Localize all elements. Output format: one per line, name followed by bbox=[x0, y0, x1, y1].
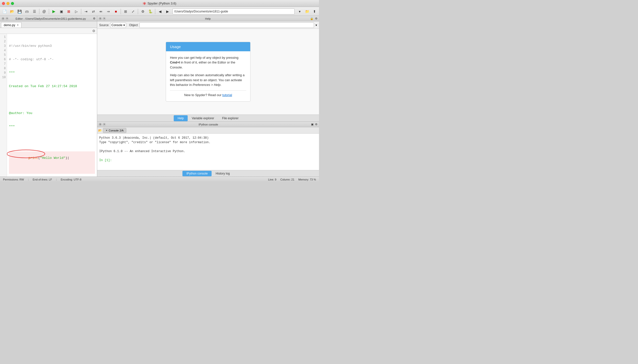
toolbar-sep-4 bbox=[121, 9, 121, 14]
tab-help[interactable]: Help bbox=[174, 115, 188, 121]
code-line-5 bbox=[9, 98, 95, 102]
open-file-button[interactable]: 📂 bbox=[9, 8, 16, 15]
help-close-button[interactable]: ✕ bbox=[103, 17, 106, 20]
parent-dir-button[interactable]: ⬆ bbox=[311, 8, 318, 15]
run-button[interactable]: ▶ bbox=[50, 8, 57, 15]
stop-button[interactable]: ■ bbox=[112, 8, 119, 15]
console-browse-icon[interactable]: 📂 bbox=[98, 129, 102, 132]
help-panel: ⊟ ✕ Help 🔒 ⚙ Source Console ▾ Object ▾ bbox=[97, 16, 319, 122]
minimize-button[interactable] bbox=[7, 2, 10, 5]
help-undock-button[interactable]: ⊟ bbox=[99, 17, 102, 20]
editor-title-left: ⊟ ✕ bbox=[2, 17, 9, 20]
tab-ipython-console[interactable]: IPython console bbox=[182, 171, 212, 176]
console-options-icon[interactable]: ▣ bbox=[311, 123, 313, 126]
python-path-button[interactable]: 🐍 bbox=[147, 8, 154, 15]
editor-settings-button[interactable]: ⚙ bbox=[92, 29, 96, 33]
browse-button[interactable]: ▾ bbox=[296, 8, 303, 15]
console-settings-icon[interactable]: ⚙ bbox=[315, 123, 317, 126]
code-line-3: """ bbox=[9, 71, 95, 75]
help-title-bar: ⊟ ✕ Help 🔒 ⚙ bbox=[97, 16, 319, 22]
usage-bold-text: Cmd+I bbox=[170, 60, 180, 64]
spyder-icon: 🕷 bbox=[143, 2, 146, 6]
editor-panel: ⊟ ✕ Editor - /Users/Gladys/Documents/en1… bbox=[0, 16, 97, 176]
usage-body: Here you can get help of any object by p… bbox=[166, 51, 250, 102]
email-button[interactable]: @ bbox=[41, 8, 48, 15]
console-content[interactable]: Python 3.6.3 |Anaconda, Inc.| (default, … bbox=[97, 134, 319, 170]
source-select[interactable]: Console ▾ bbox=[110, 22, 126, 28]
forward-button[interactable]: ▶ bbox=[164, 8, 171, 15]
usage-divider bbox=[170, 90, 246, 91]
status-permissions: Permissions: RW bbox=[3, 178, 24, 181]
code-area[interactable]: 1 2 3 4 5 6 7 8 9 10 #!/usr/bin/env pyth… bbox=[0, 34, 97, 176]
tab-file-explorer[interactable]: File explorer bbox=[218, 115, 242, 121]
save-all-button[interactable]: 🗃 bbox=[24, 8, 31, 15]
code-line-8 bbox=[9, 138, 95, 142]
status-bar: Permissions: RW | End-of-lines: LF | Enc… bbox=[0, 176, 319, 182]
help-lock-icon[interactable]: 🔒 bbox=[310, 17, 313, 20]
tutorial-prefix: New to Spyder? Read our bbox=[184, 93, 222, 97]
help-title-text: Help bbox=[205, 17, 211, 20]
close-button[interactable] bbox=[2, 2, 5, 5]
console-undock-button[interactable]: ⊟ bbox=[99, 123, 102, 126]
status-column: Column: 21 bbox=[280, 178, 294, 181]
help-dropdown-icon[interactable]: ▾ bbox=[315, 24, 317, 27]
editor-close-button[interactable]: ✕ bbox=[6, 17, 9, 20]
run-file-button[interactable]: ▣ bbox=[58, 8, 65, 15]
main-layout: ⊟ ✕ Editor - /Users/Gladys/Documents/en1… bbox=[0, 16, 319, 176]
preferences-button[interactable]: ⚙ bbox=[139, 8, 146, 15]
usage-paragraph-2: Help can also be shown automatically aft… bbox=[170, 73, 246, 88]
console-tabs-bottom: IPython console History log bbox=[97, 170, 319, 176]
step-button[interactable]: ⇥ bbox=[83, 8, 90, 15]
console-prompt: In [1]: bbox=[99, 158, 317, 162]
browse-tabs-button[interactable]: ☰ bbox=[31, 8, 38, 15]
profile-button[interactable]: ⊞ bbox=[122, 8, 129, 15]
main-toolbar: 📄 📂 💾 🗃 ☰ @ ▶ ▣ ⊠ ▷ ⇥ ⇄ ⇚ ⇒ ■ ⊞ ⤢ ⚙ 🐍 ◀ … bbox=[0, 7, 319, 16]
run-cell-advance-button[interactable]: ▷ bbox=[73, 8, 80, 15]
editor-tab-close-icon[interactable]: ✕ bbox=[17, 24, 19, 26]
status-encoding: Encoding: UTF-8 bbox=[61, 178, 82, 181]
toolbar-sep-2 bbox=[49, 9, 49, 14]
status-eol: End-of-lines: LF bbox=[33, 178, 52, 181]
console-startup-line-5 bbox=[99, 154, 317, 158]
run-cell-button[interactable]: ⊠ bbox=[65, 8, 72, 15]
toolbar-sep-1 bbox=[39, 9, 39, 14]
editor-options-button[interactable]: ⚙ bbox=[93, 17, 96, 20]
tab-history-log[interactable]: History log bbox=[212, 171, 234, 176]
tab-variable-explorer[interactable]: Variable explorer bbox=[188, 115, 218, 121]
code-content[interactable]: #!/usr/bin/env python3 # -*- coding: utf… bbox=[7, 34, 97, 176]
editor-undock-button[interactable]: ⊟ bbox=[2, 17, 5, 20]
source-dropdown-icon: ▾ bbox=[123, 24, 125, 27]
usage-paragraph-1: Here you can get help of any object by p… bbox=[170, 55, 246, 70]
code-line-2: # -*- coding: utf-8 -*- bbox=[9, 57, 95, 62]
maximize-button[interactable] bbox=[11, 2, 14, 5]
console-title-text: IPython console bbox=[199, 123, 218, 126]
path-bar[interactable]: /Users/Gladys/Documents/en1811-guide bbox=[172, 8, 294, 14]
new-file-button[interactable]: 📄 bbox=[1, 8, 8, 15]
help-settings-icon[interactable]: ⚙ bbox=[315, 17, 317, 20]
tutorial-link[interactable]: tutorial bbox=[222, 93, 232, 97]
console-tab-close-icon[interactable]: ✕ bbox=[106, 129, 108, 132]
usage-box: Usage Here you can get help of any objec… bbox=[166, 42, 250, 102]
console-panel: ⊟ ✕ IPython console ▣ ⚙ 📂 ✕ Console 2/A bbox=[97, 122, 319, 176]
console-close-button[interactable]: ✕ bbox=[103, 123, 106, 126]
save-button[interactable]: 💾 bbox=[16, 8, 23, 15]
console-prompt-text: In [1]: bbox=[99, 158, 112, 162]
status-right: Line: 9 Column: 21 Memory: 73 % bbox=[268, 178, 316, 181]
step-out-button[interactable]: ⇚ bbox=[97, 8, 104, 15]
toolbar-sep-6 bbox=[155, 9, 155, 14]
code-line-4: Created on Tue Feb 27 14:27:54 2018 bbox=[9, 84, 95, 89]
console-startup-line-1: Python 3.6.3 |Anaconda, Inc.| (default, … bbox=[99, 136, 317, 140]
right-panel: ⊟ ✕ Help 🔒 ⚙ Source Console ▾ Object ▾ bbox=[97, 16, 319, 176]
open-dir-button[interactable]: 📁 bbox=[303, 8, 310, 15]
usage-tutorial: New to Spyder? Read our tutorial bbox=[170, 92, 246, 98]
editor-tab-demo[interactable]: demo.py ✕ bbox=[1, 22, 22, 28]
code-line-9: print("Hello World")| bbox=[9, 152, 95, 174]
maximize-pane-button[interactable]: ⤢ bbox=[130, 8, 137, 15]
editor-tab-label: demo.py bbox=[4, 24, 15, 27]
step-into-button[interactable]: ⇄ bbox=[90, 8, 97, 15]
editor-title-text: Editor - /Users/Gladys/Documents/en1811-… bbox=[16, 17, 86, 20]
back-button[interactable]: ◀ bbox=[157, 8, 163, 15]
object-input[interactable] bbox=[139, 22, 314, 28]
console-tab-1[interactable]: ✕ Console 2/A bbox=[103, 128, 126, 133]
continue-button[interactable]: ⇒ bbox=[105, 8, 112, 15]
